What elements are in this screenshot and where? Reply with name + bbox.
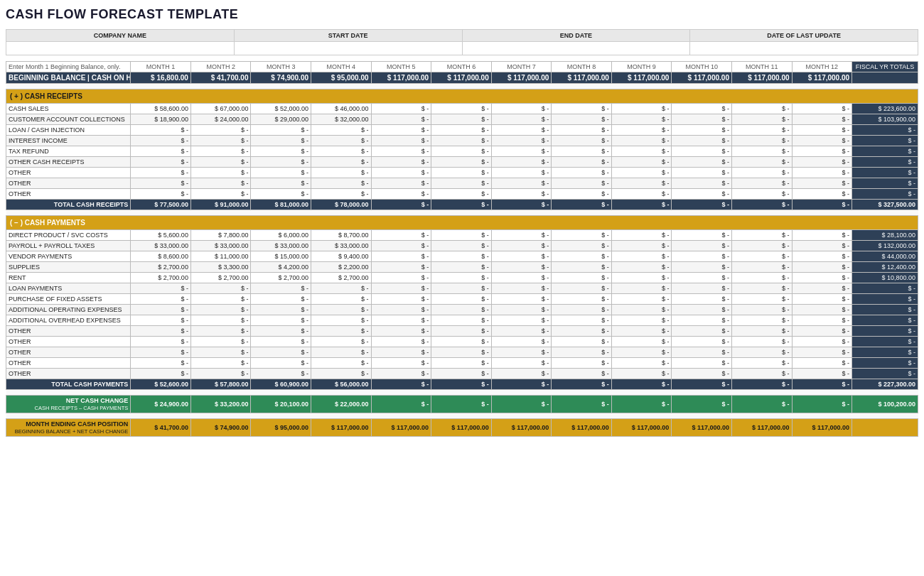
table-cell[interactable]: $ - [190, 146, 251, 157]
table-cell[interactable]: $ 95,000.00 [311, 72, 372, 84]
table-cell[interactable]: $ - [552, 125, 612, 136]
table-cell[interactable]: $ - [672, 146, 732, 157]
table-cell[interactable]: $ 28,100.00 [852, 230, 918, 241]
table-cell[interactable]: $ 117,000.00 [431, 419, 492, 437]
table-cell[interactable]: $ - [131, 157, 191, 168]
table-cell[interactable]: $ - [371, 230, 431, 241]
table-cell[interactable]: $ - [491, 251, 552, 262]
table-cell[interactable]: $ - [311, 178, 372, 189]
table-cell[interactable]: $ 2,700.00 [190, 273, 251, 283]
table-cell[interactable]: $ - [731, 358, 792, 369]
table-cell[interactable]: $ - [491, 262, 552, 273]
table-cell[interactable]: $ - [731, 200, 792, 210]
table-cell[interactable]: $ - [792, 337, 852, 347]
table-cell[interactable]: $ - [251, 178, 311, 189]
table-cell[interactable]: $ - [552, 104, 612, 114]
table-cell[interactable]: $ - [852, 157, 918, 168]
table-cell[interactable]: $ - [131, 146, 191, 157]
table-cell[interactable]: $ - [251, 347, 311, 358]
table-cell[interactable]: $ - [792, 326, 852, 337]
table-cell[interactable]: $ - [431, 136, 492, 146]
table-cell[interactable]: $ - [311, 358, 372, 369]
table-cell[interactable]: $ - [552, 251, 612, 262]
table-cell[interactable]: $ - [491, 283, 552, 294]
table-cell[interactable]: $ - [491, 200, 552, 210]
table-cell[interactable]: $ - [131, 305, 191, 315]
table-cell[interactable]: $ - [431, 283, 492, 294]
table-cell[interactable]: $ - [371, 358, 431, 369]
table-cell[interactable]: $ - [190, 189, 251, 200]
table-cell[interactable] [6, 210, 918, 216]
table-cell[interactable]: $ 56,000.00 [311, 379, 372, 390]
table-cell[interactable]: $ - [731, 146, 792, 157]
table-cell[interactable]: $ - [731, 326, 792, 337]
table-cell[interactable]: $ 117,000.00 [552, 419, 612, 437]
table-cell[interactable]: $ - [552, 273, 612, 283]
table-cell[interactable]: $ - [491, 379, 552, 390]
table-cell[interactable] [6, 390, 918, 396]
table-cell[interactable]: $ 52,000.00 [251, 104, 311, 114]
table-cell[interactable]: $ - [731, 347, 792, 358]
table-cell[interactable]: $ - [731, 251, 792, 262]
table-cell[interactable]: $ 78,000.00 [311, 200, 372, 210]
table-cell[interactable]: $ - [672, 315, 732, 326]
table-cell[interactable]: $ - [251, 168, 311, 178]
table-cell[interactable]: $ - [431, 157, 492, 168]
table-cell[interactable]: $ 100,200.00 [852, 396, 918, 413]
table-cell[interactable]: $ - [251, 283, 311, 294]
table-cell[interactable]: $ - [672, 358, 732, 369]
table-cell[interactable]: $ - [190, 347, 251, 358]
table-cell[interactable]: $ 58,600.00 [131, 104, 191, 114]
table-cell[interactable]: $ 44,000.00 [852, 251, 918, 262]
table-cell[interactable]: $ - [431, 262, 492, 273]
table-cell[interactable]: $ 223,600.00 [852, 104, 918, 114]
table-cell[interactable]: $ - [251, 358, 311, 369]
table-cell[interactable]: $ 117,000.00 [491, 419, 552, 437]
table-cell[interactable]: $ - [852, 125, 918, 136]
table-cell[interactable]: $ - [611, 251, 672, 262]
table-cell[interactable]: $ - [190, 305, 251, 315]
table-cell[interactable]: $ - [431, 347, 492, 358]
table-cell[interactable]: ( − ) CASH PAYMENTS [6, 216, 918, 230]
table-cell[interactable]: $ - [672, 347, 732, 358]
table-cell[interactable]: $ - [731, 114, 792, 125]
table-cell[interactable]: $ 117,000.00 [731, 72, 792, 84]
table-cell[interactable]: $ 132,000.00 [852, 241, 918, 251]
table-cell[interactable]: $ - [672, 369, 732, 379]
table-cell[interactable]: $ - [131, 315, 191, 326]
table-cell[interactable]: $ - [190, 283, 251, 294]
table-cell[interactable]: $ - [672, 241, 732, 251]
table-cell[interactable]: $ - [251, 294, 311, 305]
table-cell[interactable]: $ - [731, 230, 792, 241]
table-cell[interactable]: $ 20,100.00 [251, 396, 311, 413]
table-cell[interactable]: $ - [371, 315, 431, 326]
table-cell[interactable]: $ - [311, 347, 372, 358]
table-cell[interactable]: $ - [371, 283, 431, 294]
table-cell[interactable]: $ - [131, 189, 191, 200]
table-cell[interactable]: MONTH 9 [611, 62, 672, 72]
table-cell[interactable]: $ 74,900.00 [190, 419, 251, 437]
table-cell[interactable]: $ - [731, 178, 792, 189]
table-cell[interactable]: $ - [371, 347, 431, 358]
table-cell[interactable]: $ - [731, 157, 792, 168]
table-cell[interactable]: $ 81,000.00 [251, 200, 311, 210]
table-cell[interactable]: $ - [731, 136, 792, 146]
table-cell[interactable]: $ - [431, 358, 492, 369]
table-cell[interactable]: $ - [311, 305, 372, 315]
table-cell[interactable]: $ - [552, 200, 612, 210]
table-cell[interactable]: $ - [552, 337, 612, 347]
table-cell[interactable]: $ - [611, 294, 672, 305]
table-cell[interactable]: $ - [731, 262, 792, 273]
table-cell[interactable]: $ - [792, 294, 852, 305]
table-cell[interactable]: Enter Month 1 Beginning Balance, only. [6, 62, 131, 72]
table-cell[interactable]: $ - [251, 146, 311, 157]
table-cell[interactable]: $ - [190, 125, 251, 136]
table-cell[interactable]: $ - [731, 273, 792, 283]
table-cell[interactable]: $ 7,800.00 [190, 230, 251, 241]
table-cell[interactable]: $ - [852, 358, 918, 369]
table-cell[interactable]: ADDITIONAL OPERATING EXPENSES [6, 305, 131, 315]
table-cell[interactable]: $ - [431, 305, 492, 315]
table-cell[interactable]: $ - [131, 283, 191, 294]
table-cell[interactable]: $ - [552, 189, 612, 200]
table-cell[interactable]: $ - [371, 136, 431, 146]
